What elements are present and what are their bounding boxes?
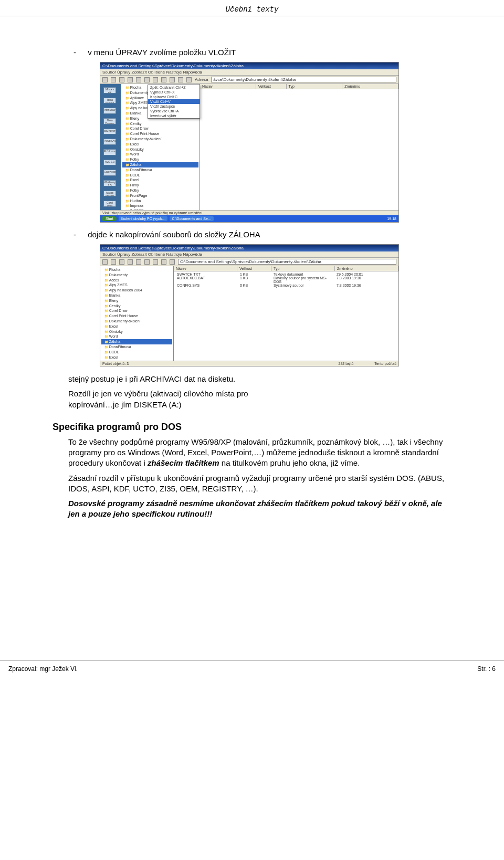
tree-item: Alpy na kolech 2004: [101, 288, 172, 293]
bullet-1-text: v menu ÚPRAVY zvolíme položku VLOŽIT: [88, 48, 236, 57]
history-icon: [144, 77, 150, 82]
copy-icon: [153, 259, 158, 265]
tree-item: Filmy: [122, 183, 198, 188]
tree-item: Impreza: [122, 203, 198, 208]
file-cell: 7.8.2003 19:36: [334, 276, 397, 284]
col-type: Typ: [287, 84, 343, 89]
section-heading: Specifika programů pro DOS: [52, 422, 452, 433]
tree-item: Dokumenty: [101, 272, 172, 278]
desktop-icon: Tento počítač: [103, 98, 116, 104]
file-cell: CONFIG.SYS: [175, 284, 238, 287]
cut-icon: [153, 77, 158, 82]
tree-item: Acces: [101, 278, 172, 283]
tree-item: Excel: [122, 142, 198, 147]
tree-item: Filmy: [101, 360, 172, 361]
tree-item: Word: [122, 152, 198, 157]
file-cell: 0 KB: [238, 284, 271, 287]
delete-icon: [186, 77, 192, 82]
desktop-icon: Nero Burning: [103, 118, 116, 124]
tree-item: Hudba: [122, 198, 198, 204]
file-cell: 1 KB: [238, 276, 271, 284]
header-title: Učební texty: [226, 5, 279, 14]
desktop-icon: Corel Print: [103, 201, 116, 207]
menu-item: Zpět: Odstranit Ctrl+Z: [148, 85, 200, 90]
file-row: CONFIG.SYS0 KBSystémový soubor7.8.2003 1…: [175, 284, 397, 287]
tree-item: Corel Draw: [122, 126, 198, 131]
tree-item: ECDL: [101, 350, 172, 355]
file-cell: 1 KB: [238, 272, 271, 276]
forward-icon: [111, 77, 116, 82]
desktop-icon: WinProxy 1.5: [103, 180, 116, 186]
tree-item: Blanka: [101, 293, 172, 298]
tree-item: Alpy ZMES: [101, 282, 172, 288]
paste-icon: [161, 259, 166, 265]
menu-item: Kopírovat Ctrl+C: [148, 95, 200, 99]
para-rozdil-a: Rozdíl je jen ve výběru (aktivaci) cílov…: [68, 389, 248, 398]
folders-icon: [136, 259, 141, 265]
para-dos-3: Dosovské programy zásadně nesmíme ukončo…: [68, 498, 452, 520]
footer-right: Str. : 6: [477, 665, 496, 673]
desktop-icon: IrfanView: [103, 108, 116, 114]
tree-item: Obrázky: [122, 147, 198, 152]
tree-item: Excel: [101, 355, 172, 360]
col-name: Název: [174, 266, 237, 271]
menu-item: Vložit Ctrl+V: [148, 99, 200, 104]
search-icon: [128, 259, 133, 265]
status-size: 282 bajtů: [339, 362, 354, 365]
edit-context-menu: Zpět: Odstranit Ctrl+ZVyjmout Ctrl+XKopí…: [148, 85, 200, 119]
tree-item: Záloha: [101, 339, 172, 344]
taskbar-item: C:\Documents and Se…: [170, 216, 213, 221]
col-type: Typ: [271, 266, 335, 271]
tree-item: Fotky: [122, 188, 198, 193]
file-pane: Název Velikost Typ Změněno: [200, 84, 398, 210]
file-row: AUTOEXEC.BAT1 KBDávkový soubor pro systé…: [175, 276, 397, 284]
clock: 19:18: [387, 217, 396, 221]
status-count: Počet objektů: 3: [102, 362, 129, 365]
para-dos-1b: na titulkovém pruhu jeho okna, již víme.: [219, 458, 360, 467]
undo-icon: [178, 77, 183, 82]
address-bar: C:\Documents and Settings\Správce\Dokume…: [178, 259, 396, 265]
tree-item: Ceníky: [122, 121, 198, 127]
bullet-2-text: dojde k nakopírování souborů do složky Z…: [88, 230, 260, 239]
desktop-icon: GateKeeper: [103, 170, 116, 176]
tree-item: Corel Draw: [101, 308, 172, 313]
copy-icon: [161, 77, 166, 82]
file-pane: Název Velikost Typ Změněno SWATCH.TXT1 K…: [174, 266, 398, 361]
up-icon: [119, 77, 124, 82]
screenshot-1: C:\Documents and Settings\Správce\Dokume…: [100, 62, 399, 223]
menu-item: Invertovat výběr: [148, 113, 200, 118]
address-bar: ávce\Dokumenty\Dokumenty-školení\Záloha: [211, 77, 396, 82]
file-cell: AUTOEXEC.BAT: [175, 276, 238, 284]
tree-item: Záloha: [122, 162, 198, 167]
window-title: C:\Documents and Settings\Správce\Dokume…: [102, 64, 244, 68]
col-mod: Změněno: [342, 84, 398, 89]
folders-icon: [136, 77, 141, 82]
paste-icon: [170, 77, 175, 82]
tree-item: Word: [101, 334, 172, 339]
desktop-iconbar: Místa v sítiTento počítačIrfanViewNero B…: [100, 84, 121, 210]
window-toolbar: C:\Documents and Settings\Správce\Dokume…: [100, 258, 398, 266]
desktop-icon: Adobe Acrobat: [103, 191, 116, 197]
bullet-1: - v menu ÚPRAVY zvolíme položku VLOŽIT: [74, 48, 452, 57]
tree-item: DonaPitmova: [101, 344, 172, 350]
up-icon: [119, 259, 124, 265]
menu-item: Vybrat vše Ctrl+A: [148, 109, 200, 113]
page-header: Učební texty: [0, 0, 504, 16]
file-list: SWATCH.TXT1 KBTextový dokument29.6.2004 …: [174, 271, 398, 288]
window-menubar: Soubor Úpravy Zobrazit Oblíbené Nástroje…: [100, 251, 398, 258]
file-cell: 29.6.2004 20:01: [334, 272, 397, 276]
page-footer: Zpracoval: mgr Ježek Vl. Str. : 6: [0, 660, 504, 680]
bullet-2: - dojde k nakopírování souborů do složky…: [74, 230, 452, 239]
para-archivaci: stejný postup je i při ARCHIVACI dat na …: [68, 374, 452, 384]
desktop-icon: Průzkumník: [103, 149, 116, 155]
window-title: C:\Documents and Settings\Správce\Dokume…: [102, 246, 244, 250]
tree-item: Obrázky: [101, 329, 172, 334]
tree-item: Bleny: [101, 298, 172, 303]
taskbar: Start školení obsluhy PC (vyuk… C:\Docum…: [100, 215, 398, 222]
statusbar: Počet objektů: 3 282 bajtů Tento počítač: [100, 361, 398, 366]
window-toolbar: Adresa ávce\Dokumenty\Dokumenty-školení\…: [100, 76, 398, 84]
window-menubar: Soubor Úpravy Zobrazit Oblíbené Nástroje…: [100, 69, 398, 76]
tree-item: Dokumenty-školení: [122, 137, 198, 142]
tree-item: Plocha: [101, 267, 172, 272]
para-dos-1: To že všechny podpůrné programy W95/98/X…: [68, 437, 452, 469]
